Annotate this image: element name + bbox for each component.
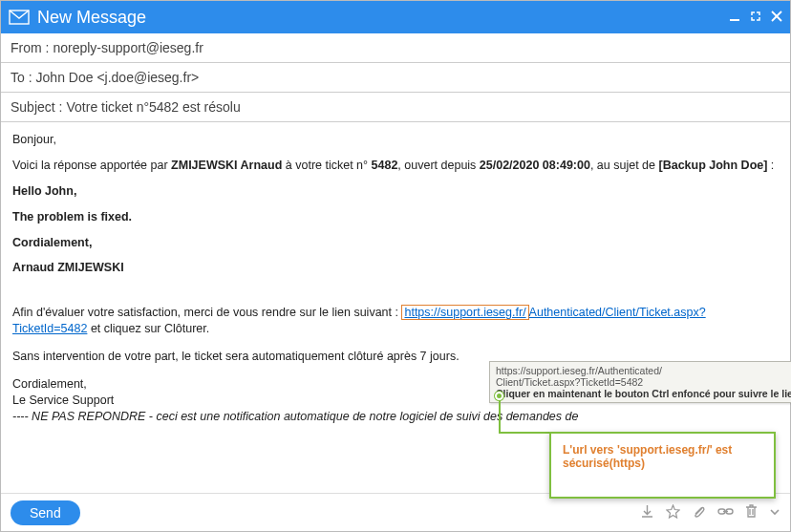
subject-value: Votre ticket n°5482 est résolu: [66, 99, 240, 115]
download-icon[interactable]: [640, 504, 654, 521]
mail-icon: [9, 10, 30, 25]
greeting: Bonjour,: [12, 132, 779, 148]
to-field[interactable]: To : John Doe <j.doe@ieseg.fr>: [1, 63, 790, 93]
send-button[interactable]: Send: [11, 500, 80, 525]
satisfaction-line: Afin d'évaluer votre satisfaction, merci…: [12, 305, 779, 337]
footer-disclaimer: ---- NE PAS REPONDRE - ceci est une noti…: [12, 409, 779, 425]
attach-icon[interactable]: [692, 504, 706, 521]
fixed-line: The problem is fixed.: [12, 209, 779, 225]
ticket-link-highlighted[interactable]: https://support.ieseg.fr/: [401, 305, 528, 320]
intro-line: Voici la réponse apportée par ZMIJEWSKI …: [12, 158, 779, 174]
window-title: New Message: [37, 8, 729, 28]
footer-icons: [640, 504, 780, 521]
minimize-icon[interactable]: [729, 11, 740, 24]
to-value: John Doe <j.doe@ieseg.fr>: [36, 70, 200, 85]
callout-text: L'url vers 'support.ieseg.fr/' est sécur…: [563, 443, 732, 470]
security-callout: L'url vers 'support.ieseg.fr/' est sécur…: [549, 432, 776, 499]
from-value: noreply-support@ieseg.fr: [53, 40, 203, 55]
chevron-down-icon[interactable]: [769, 504, 780, 521]
window-controls: [729, 11, 782, 24]
callout-connector-dot: [495, 392, 503, 400]
hello-line: Hello John,: [12, 183, 779, 200]
close-icon[interactable]: [771, 11, 782, 24]
to-label: To :: [11, 70, 32, 85]
star-icon[interactable]: [666, 504, 680, 521]
callout-connector-vertical: [499, 395, 501, 432]
link-tooltip: https://support.ieseg.fr/Authenticated/ …: [489, 361, 791, 403]
callout-connector-horizontal: [499, 432, 551, 434]
signature-line: Arnaud ZMIJEWSKI: [12, 260, 779, 276]
from-field[interactable]: From : noreply-support@ieseg.fr: [1, 33, 790, 63]
titlebar: New Message: [1, 1, 790, 33]
from-label: From :: [11, 40, 49, 55]
maximize-icon[interactable]: [750, 11, 761, 24]
subject-field[interactable]: Subject : Votre ticket n°5482 est résolu: [1, 93, 790, 121]
subject-label: Subject :: [11, 99, 62, 115]
cordialement-line: Cordialement,: [12, 235, 779, 251]
trash-icon[interactable]: [745, 504, 758, 521]
header-fields: From : noreply-support@ieseg.fr To : Joh…: [1, 33, 790, 122]
footer-bar: Send: [1, 493, 790, 531]
link-icon[interactable]: [717, 504, 734, 521]
